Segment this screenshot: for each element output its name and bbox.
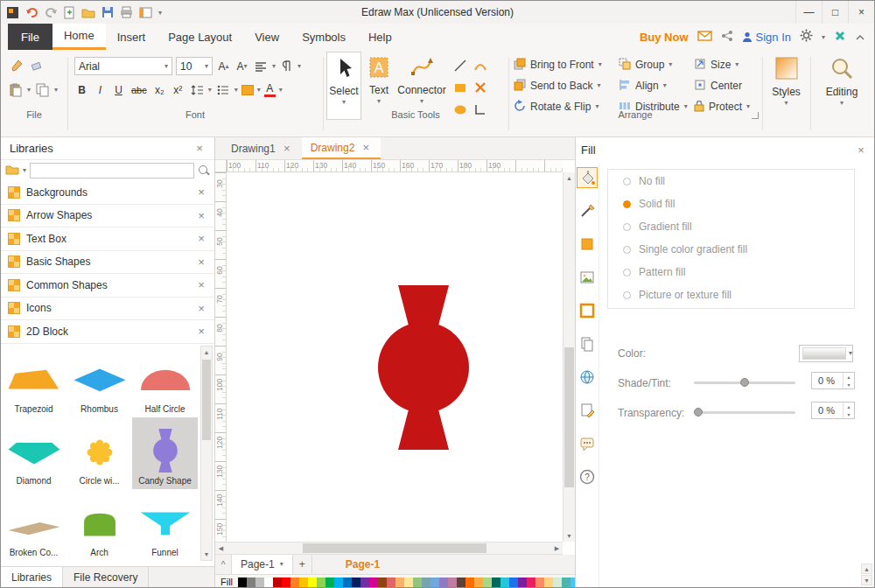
scroll-left-icon[interactable]: ◀	[215, 542, 227, 554]
option-single-color-gradient-fill[interactable]: Single color gradient fill	[608, 238, 854, 261]
palette-swatch[interactable]	[492, 578, 500, 587]
tab-libraries[interactable]: Libraries	[1, 567, 63, 587]
horizontal-scrollbar[interactable]: ◀ ▶	[215, 542, 563, 555]
tab-view[interactable]: View	[243, 24, 290, 50]
palette-swatch[interactable]	[387, 578, 396, 587]
fill-tool-icon[interactable]	[577, 167, 598, 188]
spin-down-icon[interactable]: ▾	[844, 410, 854, 418]
transparency-slider[interactable]	[694, 411, 795, 414]
palette-swatch[interactable]	[562, 578, 570, 587]
font-color-button[interactable]: A	[264, 83, 276, 97]
option-solid-fill[interactable]: Solid fill	[608, 192, 854, 215]
size-button[interactable]: Size▾	[694, 55, 750, 74]
arrange-dialog-launcher-icon[interactable]	[752, 112, 759, 119]
close-library-icon[interactable]: ×	[195, 186, 207, 199]
minimize-button[interactable]: —	[795, 1, 822, 24]
palette-swatch[interactable]	[457, 578, 466, 587]
close-fill-panel-button[interactable]: ×	[855, 144, 867, 157]
palette-swatch[interactable]	[256, 578, 264, 587]
center-button[interactable]: Center	[694, 76, 750, 95]
page-list-chevron-icon[interactable]: ^	[215, 560, 231, 570]
highlight-color-icon[interactable]	[242, 85, 254, 95]
library-item-common-shapes[interactable]: Common Shapes×	[1, 274, 214, 298]
radio-icon[interactable]	[623, 223, 631, 231]
eraser-icon[interactable]	[29, 57, 46, 74]
shape-candy[interactable]: Candy Shape	[132, 417, 198, 489]
subscript-button[interactable]: x₂	[152, 81, 167, 98]
italic-button[interactable]: I	[93, 81, 108, 98]
close-library-icon[interactable]: ×	[195, 256, 207, 269]
close-doc-icon[interactable]: ×	[360, 141, 372, 154]
candy-shape[interactable]	[377, 285, 470, 450]
doc-tab-drawing1[interactable]: Drawing1×	[222, 137, 302, 159]
frame-tool-icon[interactable]	[577, 300, 598, 321]
close-library-icon[interactable]: ×	[195, 232, 207, 245]
sign-in-button[interactable]: Sign In	[742, 31, 791, 44]
comment-tool-icon[interactable]	[577, 433, 598, 454]
palette-swatch[interactable]	[247, 578, 256, 587]
send-to-back-button[interactable]: Send to Back▾	[514, 76, 602, 95]
radio-icon[interactable]	[623, 200, 631, 208]
palette-swatch[interactable]	[518, 578, 527, 587]
scrollbar-thumb[interactable]	[202, 360, 211, 440]
close-library-icon[interactable]: ×	[195, 278, 207, 291]
palette-swatch[interactable]	[369, 578, 378, 587]
palette-swatch[interactable]	[282, 578, 290, 587]
palette-swatch[interactable]	[326, 578, 334, 587]
paste-icon[interactable]	[8, 81, 24, 98]
copy-icon[interactable]	[34, 81, 51, 98]
panel-layout-icon[interactable]	[139, 7, 152, 18]
paste-caret-icon[interactable]: ▾	[27, 87, 31, 94]
scroll-right-icon[interactable]: ▶	[551, 542, 563, 554]
palette-swatch[interactable]	[544, 578, 553, 587]
scrollbar-thumb[interactable]	[564, 347, 574, 487]
radio-icon[interactable]	[623, 269, 631, 276]
doc-tab-drawing2[interactable]: Drawing2×	[302, 137, 382, 159]
qat-customize-caret-icon[interactable]: ▾	[158, 9, 162, 17]
palette-swatch[interactable]	[483, 578, 492, 587]
new-document-icon[interactable]	[64, 6, 75, 19]
library-search-icon[interactable]	[198, 164, 210, 177]
highlight-caret-icon[interactable]: ▾	[257, 87, 261, 94]
envelope-icon[interactable]	[697, 31, 712, 44]
font-color-caret-icon[interactable]: ▾	[279, 87, 283, 94]
styles-button[interactable]: Styles ▾	[766, 52, 806, 120]
palette-swatch[interactable]	[422, 578, 430, 587]
option-picture-texture-fill[interactable]: Picture or texture fill	[608, 284, 854, 306]
palette-swatch[interactable]	[264, 578, 273, 587]
scroll-up-icon[interactable]: ▲	[201, 346, 212, 358]
spin-up-icon[interactable]: ▴	[844, 373, 854, 381]
palette-swatch[interactable]	[466, 578, 474, 587]
scroll-down-icon[interactable]: ▼	[861, 575, 872, 585]
scroll-down-icon[interactable]: ▼	[564, 530, 575, 542]
share-icon[interactable]	[721, 30, 733, 45]
editing-button[interactable]: Editing ▾	[819, 52, 864, 120]
picture-tool-icon[interactable]	[577, 267, 598, 288]
palette-swatch[interactable]	[308, 578, 317, 587]
option-gradient-fill[interactable]: Gradient fill	[608, 215, 854, 238]
theme-x-icon[interactable]	[834, 30, 846, 45]
palette-swatch[interactable]	[474, 578, 483, 587]
spin-down-icon[interactable]: ▾	[844, 381, 854, 388]
buy-now-link[interactable]: Buy Now	[640, 31, 689, 44]
scroll-up-icon[interactable]: ▲	[861, 564, 872, 574]
settings-gear-icon[interactable]	[800, 29, 813, 45]
maximize-button[interactable]: □	[822, 1, 848, 24]
tab-page-layout[interactable]: Page Layout	[157, 24, 243, 50]
option-pattern-fill[interactable]: Pattern fill	[608, 261, 854, 284]
palette-swatch[interactable]	[273, 578, 282, 587]
group-button[interactable]: Group▾	[619, 55, 688, 74]
library-item-basic-shapes[interactable]: Basic Shapes×	[1, 251, 214, 275]
grow-font-button[interactable]: A▴	[216, 58, 231, 74]
bullets-icon[interactable]	[215, 81, 231, 98]
bold-button[interactable]: B	[74, 81, 89, 98]
option-no-fill[interactable]: No fill	[608, 170, 854, 192]
slider-handle[interactable]	[694, 408, 703, 416]
palette-swatch[interactable]	[430, 578, 439, 587]
scrollbar-thumb[interactable]	[303, 543, 486, 553]
shape-diamond[interactable]: Diamond	[1, 417, 66, 489]
palette-swatch[interactable]	[396, 578, 404, 587]
font-family-combo[interactable]: Arial▾	[74, 57, 172, 75]
shade-tint-value[interactable]: 0 % ▴▾	[811, 372, 855, 389]
note-tool-icon[interactable]	[577, 400, 598, 421]
